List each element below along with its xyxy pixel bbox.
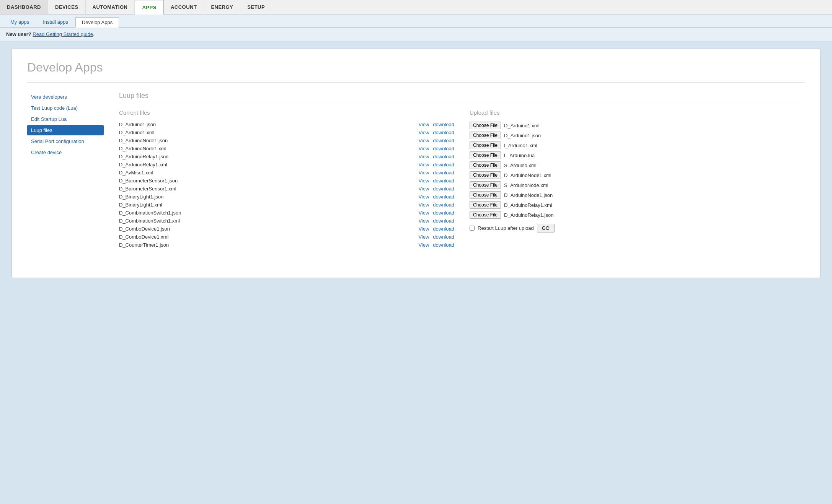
view-link[interactable]: View	[418, 170, 429, 176]
upload-filename: D_ArduinoNode1.json	[504, 192, 553, 198]
choose-file-button[interactable]: Choose File	[470, 191, 501, 199]
sidebar-item-test-luup[interactable]: Test Luup code (Lua)	[27, 103, 104, 113]
upload-filename: S_Arduino.xml	[504, 163, 537, 168]
list-item: D_ArduinoNode1.xml View download	[119, 145, 454, 153]
upload-filename: D_ArduinoRelay1.json	[504, 212, 553, 218]
upload-filename: I_Arduino1.xml	[504, 143, 537, 148]
sidebar: Vera developers Test Luup code (Lua) Edi…	[27, 92, 104, 249]
list-item: D_CombinationSwitch1.json View download	[119, 209, 454, 217]
download-link[interactable]: download	[433, 130, 454, 135]
download-link[interactable]: download	[433, 218, 454, 224]
nav-devices[interactable]: DEVICES	[48, 0, 86, 14]
list-item: D_ArduinoRelay1.json View download	[119, 153, 454, 161]
upload-row: Choose File I_Arduino1.xml	[470, 140, 805, 150]
download-link[interactable]: download	[433, 138, 454, 143]
download-link[interactable]: download	[433, 122, 454, 127]
tab-develop-apps[interactable]: Develop Apps	[75, 17, 119, 28]
download-link[interactable]: download	[433, 170, 454, 176]
download-link[interactable]: download	[433, 234, 454, 240]
view-link[interactable]: View	[418, 122, 429, 127]
view-link[interactable]: View	[418, 218, 429, 224]
info-suffix: .	[93, 31, 95, 37]
current-files-header: Current files	[119, 109, 454, 116]
view-link[interactable]: View	[418, 178, 429, 184]
view-link[interactable]: View	[418, 242, 429, 248]
upload-row: Choose File D_Arduino1.json	[470, 130, 805, 140]
view-link[interactable]: View	[418, 146, 429, 151]
view-link[interactable]: View	[418, 162, 429, 167]
getting-started-link[interactable]: Read Getting Started guide	[33, 31, 93, 37]
nav-automation[interactable]: AUTOMATION	[86, 0, 135, 14]
restart-checkbox[interactable]	[470, 226, 475, 231]
nav-apps[interactable]: APPS	[135, 0, 163, 15]
nav-setup[interactable]: SETUP	[240, 0, 272, 14]
choose-file-button[interactable]: Choose File	[470, 122, 501, 129]
upload-filename: D_Arduino1.xml	[504, 123, 540, 128]
choose-file-button[interactable]: Choose File	[470, 181, 501, 189]
choose-file-button[interactable]: Choose File	[470, 151, 501, 159]
view-link[interactable]: View	[418, 186, 429, 192]
download-link[interactable]: download	[433, 162, 454, 167]
list-item: D_AvMisc1.xml View download	[119, 169, 454, 177]
tab-my-apps[interactable]: My apps	[4, 17, 36, 27]
sub-tabs: My apps Install apps Develop Apps	[0, 15, 832, 28]
choose-file-button[interactable]: Choose File	[470, 201, 501, 209]
nav-dashboard[interactable]: DASHBOARD	[0, 0, 48, 14]
list-item: D_BinaryLight1.xml View download	[119, 201, 454, 209]
list-item: D_Arduino1.xml View download	[119, 128, 454, 137]
choose-file-button[interactable]: Choose File	[470, 211, 501, 219]
restart-row: Restart Luup after upload GO	[470, 224, 805, 232]
view-link[interactable]: View	[418, 154, 429, 159]
sidebar-item-luup-files[interactable]: Luup files	[27, 125, 104, 135]
view-link[interactable]: View	[418, 194, 429, 200]
view-link[interactable]: View	[418, 130, 429, 135]
choose-file-button[interactable]: Choose File	[470, 171, 501, 179]
sidebar-item-serial-port[interactable]: Serial Port configuration	[27, 136, 104, 146]
nav-energy[interactable]: ENERGY	[204, 0, 240, 14]
list-item: D_ArduinoRelay1.xml View download	[119, 161, 454, 169]
download-link[interactable]: download	[433, 210, 454, 216]
download-link[interactable]: download	[433, 154, 454, 159]
upload-row: Choose File D_ArduinoNode1.xml	[470, 170, 805, 180]
files-layout: Current files D_Arduino1.json View downl…	[119, 109, 805, 249]
upload-filename: D_Arduino1.json	[504, 133, 541, 138]
choose-file-button[interactable]: Choose File	[470, 161, 501, 169]
go-button[interactable]: GO	[537, 224, 555, 232]
choose-file-button[interactable]: Choose File	[470, 141, 501, 149]
tab-install-apps[interactable]: Install apps	[36, 17, 75, 27]
view-link[interactable]: View	[418, 202, 429, 208]
info-bar: New user? Read Getting Started guide.	[0, 28, 832, 41]
download-link[interactable]: download	[433, 186, 454, 192]
upload-row: Choose File L_Arduino.lua	[470, 150, 805, 160]
sidebar-item-vera-developers[interactable]: Vera developers	[27, 92, 104, 102]
download-link[interactable]: download	[433, 202, 454, 208]
title-divider	[27, 82, 805, 83]
section-divider	[119, 103, 805, 103]
restart-label: Restart Luup after upload	[478, 225, 534, 231]
list-item: D_CounterTimer1.json View download	[119, 241, 454, 249]
download-link[interactable]: download	[433, 194, 454, 200]
upload-filename: L_Arduino.lua	[504, 153, 535, 158]
page-title: Develop Apps	[27, 60, 805, 75]
upload-row: Choose File S_Arduino.xml	[470, 160, 805, 170]
current-files-section: Current files D_Arduino1.json View downl…	[119, 109, 454, 249]
view-link[interactable]: View	[418, 138, 429, 143]
main-panel: Luup files Current files D_Arduino1.json…	[119, 92, 805, 249]
download-link[interactable]: download	[433, 226, 454, 232]
upload-row: Choose File S_ArduinoNode.xml	[470, 180, 805, 190]
view-link[interactable]: View	[418, 234, 429, 240]
upload-filename: D_ArduinoNode1.xml	[504, 172, 551, 178]
list-item: D_BarometerSensor1.json View download	[119, 177, 454, 185]
view-link[interactable]: View	[418, 226, 429, 232]
choose-file-button[interactable]: Choose File	[470, 132, 501, 139]
sidebar-item-create-device[interactable]: Create device	[27, 147, 104, 158]
download-link[interactable]: download	[433, 242, 454, 248]
nav-account[interactable]: ACCOUNT	[164, 0, 204, 14]
list-item: D_ComboDevice1.json View download	[119, 225, 454, 233]
list-item: D_ComboDevice1.xml View download	[119, 233, 454, 241]
download-link[interactable]: download	[433, 178, 454, 184]
download-link[interactable]: download	[433, 146, 454, 151]
upload-filename: D_ArduinoRelay1.xml	[504, 202, 552, 208]
sidebar-item-edit-startup[interactable]: Edit Startup Lua	[27, 114, 104, 124]
view-link[interactable]: View	[418, 210, 429, 216]
